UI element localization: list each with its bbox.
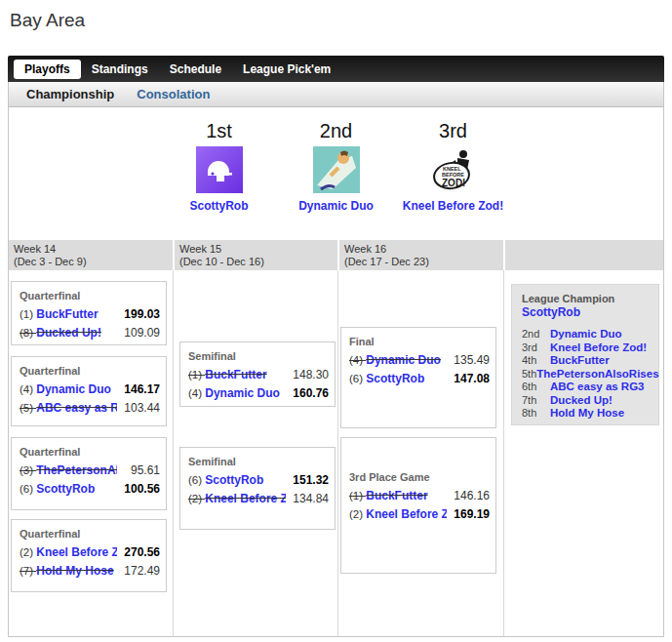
team-link[interactable]: BuckFutter — [366, 489, 427, 502]
podium-team-link[interactable]: ScottyRob — [161, 199, 278, 213]
nav-tab-schedule[interactable]: Schedule — [159, 60, 232, 79]
bracket-area: Quarterfinal (1) BuckFutter 199.03 (8) D… — [9, 270, 663, 636]
playoffs-panel: Championship Consolation 1st ScottyRob — [8, 82, 664, 637]
match-quarterfinal-3: Quarterfinal (3) ThePetersonAlsoRi 95.61… — [11, 437, 167, 510]
podium-team-link[interactable]: Dynamic Duo — [278, 199, 395, 213]
team-row: (6) ScottyRob 147.08 — [349, 369, 490, 387]
team-row: (6) ScottyRob 151.32 — [188, 470, 329, 489]
team-link[interactable]: Dynamic Duo — [366, 353, 441, 367]
team-seed: (1) — [349, 490, 363, 502]
team-link[interactable]: Dynamic Duo — [550, 328, 622, 341]
team-score: 169.19 — [447, 507, 490, 521]
round-label: Semifinal — [188, 456, 329, 467]
team-seed: (4) — [20, 383, 33, 395]
rank-row: 4th BuckFutter — [522, 354, 652, 368]
match-quarterfinal-4: Quarterfinal (2) Kneel Before Zod! 270.5… — [11, 519, 167, 592]
team-score: 151.32 — [286, 473, 329, 487]
round-label: Final — [349, 336, 490, 347]
team-seed: (4) — [349, 354, 363, 366]
team-seed: (2) — [349, 508, 363, 520]
team-link[interactable]: Ducked Up! — [550, 394, 613, 408]
team-link[interactable]: Kneel Before Zod! — [550, 341, 647, 355]
week-14-header: Week 14(Dec 3 - Dec 9) — [9, 240, 173, 270]
podium-first-place: 1st ScottyRob — [161, 107, 278, 240]
bracket-subnav: Championship Consolation — [9, 82, 663, 107]
league-champion-label: League Champion — [522, 293, 652, 304]
team-row: (8) Ducked Up! 109.09 — [20, 323, 160, 341]
team-score: 199.03 — [117, 307, 160, 321]
team-avatar-zod-logo-icon: KNEEL BEFORE ZOD! — [430, 146, 477, 193]
rank-row: 5th ThePetersonAlsoRises — [522, 368, 652, 381]
podium-third-place: 3rd KNEEL BEFORE ZOD! Kneel Before Zod! — [395, 107, 512, 240]
winners-podium: 1st ScottyRob 2nd — [9, 107, 663, 240]
svg-text:ZOD!: ZOD! — [442, 178, 465, 188]
team-link[interactable]: Dynamic Duo — [36, 382, 111, 396]
week-header-row: Week 14(Dec 3 - Dec 9) Week 15(Dec 10 - … — [9, 240, 663, 270]
team-row: (1) BuckFutter 146.16 — [349, 486, 490, 504]
team-row: (4) Dynamic Duo 146.17 — [20, 380, 160, 398]
team-link[interactable]: ABC easy as RG3 — [550, 381, 645, 394]
team-link[interactable]: ThePetersonAlsoRi — [36, 463, 117, 477]
team-link[interactable]: Kneel Before Zod! — [366, 507, 447, 521]
team-link[interactable]: ABC easy as RG3 — [36, 401, 117, 415]
team-link[interactable]: ScottyRob — [36, 482, 95, 496]
round-label: Quarterfinal — [20, 290, 160, 301]
podium-team-link[interactable]: Kneel Before Zod! — [395, 199, 512, 213]
team-seed: (4) — [188, 387, 202, 399]
match-third-place-game: 3rd Place Game (1) BuckFutter 146.16 (2)… — [340, 437, 496, 574]
rank-row: 2nd Dynamic Duo — [522, 328, 652, 341]
team-link[interactable]: Ducked Up! — [36, 326, 101, 340]
team-seed: (2) — [20, 546, 33, 558]
team-link[interactable]: Dynamic Duo — [205, 386, 280, 400]
round-label: Quarterfinal — [20, 365, 160, 377]
primary-nav: Playoffs Standings Schedule League Pick'… — [8, 56, 664, 82]
team-row: (7) Hold My Hose 172.49 — [20, 561, 160, 580]
team-row: (1) BuckFutter 148.30 — [188, 365, 329, 383]
team-score: 270.56 — [117, 545, 160, 559]
team-link[interactable]: ScottyRob — [205, 473, 263, 487]
team-row: (4) Dynamic Duo 160.76 — [188, 383, 329, 402]
team-link[interactable]: BuckFutter — [205, 368, 266, 381]
team-row: (6) ScottyRob 100.56 — [20, 479, 160, 498]
team-score: 146.16 — [447, 489, 490, 502]
team-avatar-helmet-icon — [196, 146, 243, 193]
team-seed: (1) — [20, 308, 33, 320]
tab-championship[interactable]: Championship — [26, 87, 114, 101]
column-divider — [337, 270, 338, 636]
tab-consolation[interactable]: Consolation — [137, 87, 210, 101]
team-score: 109.09 — [117, 326, 160, 340]
team-link[interactable]: ScottyRob — [366, 372, 424, 385]
team-seed: (2) — [188, 493, 202, 504]
nav-tab-standings[interactable]: Standings — [81, 60, 159, 79]
team-score: 148.30 — [286, 368, 329, 381]
nav-tab-league-pickem[interactable]: League Pick'em — [232, 60, 341, 79]
team-seed: (7) — [20, 565, 33, 577]
team-link[interactable]: Hold My Hose — [550, 407, 624, 421]
team-seed: (1) — [188, 369, 202, 381]
champion-team-link[interactable]: ScottyRob — [522, 305, 652, 319]
team-link[interactable]: Kneel Before Zod! — [36, 545, 117, 559]
rank-row: 7th Ducked Up! — [522, 394, 652, 408]
nav-tab-playoffs[interactable]: Playoffs — [14, 60, 81, 79]
team-row: (2) Kneel Before Zod! 169.19 — [349, 504, 490, 523]
round-label: Quarterfinal — [20, 528, 160, 540]
column-divider — [173, 270, 174, 636]
team-link[interactable]: BuckFutter — [550, 354, 610, 368]
final-standings-box: League Champion ScottyRob 2nd Dynamic Du… — [511, 284, 659, 425]
rank-row: 8th Hold My Hose — [522, 407, 652, 421]
rank-label: 3rd — [522, 341, 550, 355]
team-seed: (6) — [188, 474, 202, 486]
rank-row: 3rd Kneel Before Zod! — [522, 341, 652, 355]
team-seed: (8) — [20, 327, 33, 339]
team-row: (2) Kneel Before Zod! 134.84 — [188, 489, 329, 507]
team-score: 147.08 — [447, 372, 490, 385]
team-link[interactable]: BuckFutter — [36, 307, 98, 321]
rank-label: 6th — [522, 381, 550, 394]
podium-second-place: 2nd Dynamic Duo — [278, 107, 395, 240]
team-link[interactable]: Hold My Hose — [36, 564, 113, 578]
results-column-header — [505, 240, 663, 270]
team-row: (2) Kneel Before Zod! 270.56 — [20, 542, 160, 561]
team-link[interactable]: ThePetersonAlsoRises — [536, 368, 658, 381]
team-link[interactable]: Kneel Before Zod! — [205, 492, 286, 505]
team-row: (1) BuckFutter 199.03 — [20, 304, 160, 323]
